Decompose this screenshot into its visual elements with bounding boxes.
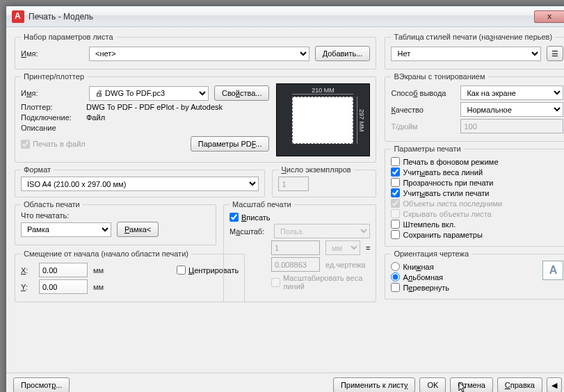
scale-den-input xyxy=(271,257,320,272)
what-to-plot-select[interactable]: Рамка xyxy=(21,222,111,237)
orientation-title: Ориентация чертежа xyxy=(391,250,472,258)
scale-equals: = xyxy=(366,244,370,252)
printer-group: Принтер/плоттер Имя: 🖨 DWG To PDF.pc3 Св… xyxy=(15,72,376,163)
preview-button[interactable]: Просмотр... xyxy=(13,377,70,392)
opt-paperspace-last-check: Объекты листа последними xyxy=(391,199,563,208)
style-table-select[interactable]: Нет xyxy=(391,47,541,61)
window-pick-button[interactable]: Рамка< xyxy=(117,222,159,237)
shade-dpi-input xyxy=(460,119,563,133)
offset-y-label: Y: xyxy=(21,283,33,291)
shaded-viewport-title: ВЭкраны с тонированием xyxy=(391,72,488,81)
shade-quality-select[interactable]: Нормальное xyxy=(460,102,563,117)
close-button[interactable]: x xyxy=(534,10,564,23)
port-label: Подключение: xyxy=(21,113,81,122)
titlebar[interactable]: Печать - Модель x xyxy=(6,6,564,27)
paper-size-group: Формат ISO A4 (210.00 x 297.00 мм) xyxy=(15,165,265,197)
plot-area-title: Область печати xyxy=(21,200,83,209)
offset-x-input[interactable] xyxy=(39,263,88,277)
opt-stamp-check[interactable]: Штемпель вкл. xyxy=(391,220,563,229)
preview-height: 297 MM xyxy=(357,97,365,144)
offset-x-label: X: xyxy=(21,266,33,275)
paper-size-title: Формат xyxy=(21,165,54,174)
print-to-file-check: Печать в файл xyxy=(21,140,86,149)
plot-scale-group: Масштаб печати Вписать Масштаб: Польз. м… xyxy=(223,200,376,302)
plot-scale-title: Масштаб печати xyxy=(229,200,294,209)
offset-x-unit: мм xyxy=(93,266,156,275)
orientation-icon: A xyxy=(542,261,563,280)
shade-method-label: Способ вывода xyxy=(391,89,455,97)
shade-dpi-label: Т/дюйм xyxy=(391,122,455,131)
app-icon xyxy=(12,10,24,23)
page-setup-title: Набор параметров листа xyxy=(21,33,116,41)
apply-to-layout-button[interactable]: Применить к листу xyxy=(333,377,416,392)
pen-icon: ☰ xyxy=(551,49,558,58)
paper-preview: 210 MM 297 MM xyxy=(276,83,370,156)
plot-options-title: Параметры печати xyxy=(391,145,463,153)
scale-select: Польз. xyxy=(274,224,370,238)
shaded-viewport-group: ВЭкраны с тонированием Способ выводаКак … xyxy=(385,72,564,142)
copies-title: Число экземпляров xyxy=(278,165,353,174)
style-table-title: Таблица стилей печати (назначение перьев… xyxy=(391,33,555,41)
opt-background-check[interactable]: Печать в фоновом режиме xyxy=(391,157,563,166)
page-setup-group: Набор параметров листа Имя: <нет> Добави… xyxy=(15,33,376,70)
offset-y-input[interactable] xyxy=(39,279,88,294)
orientation-upside-check[interactable]: Перевернуть xyxy=(391,283,537,292)
offset-y-unit: мм xyxy=(93,283,156,291)
ok-button[interactable]: OK xyxy=(419,377,446,392)
pdf-options-button[interactable]: Параметры PDF... xyxy=(191,136,270,152)
paper-size-select[interactable]: ISO A4 (210.00 x 297.00 мм) xyxy=(21,177,259,191)
orientation-portrait-radio[interactable]: Книжная xyxy=(391,262,537,271)
plotter-value: DWG To PDF - PDF ePlot - by Autodesk xyxy=(86,103,223,111)
offset-title: Смещение от начала (начало области печат… xyxy=(21,250,191,258)
desc-label: Описание xyxy=(21,124,81,132)
preview-width: 210 MM xyxy=(292,87,353,95)
opt-save-changes-check[interactable]: Сохранить параметры xyxy=(391,230,563,239)
scale-label: Масштаб: xyxy=(229,227,268,236)
cancel-button[interactable]: Отмена xyxy=(450,377,492,392)
offset-group: Смещение от начала (начало области печат… xyxy=(15,250,245,302)
page-setup-name-select[interactable]: <нет> xyxy=(89,47,309,61)
copies-input xyxy=(278,177,309,191)
dialog-footer: Просмотр... Применить к листу OK Отмена … xyxy=(6,373,564,392)
plotter-label: Плоттер: xyxy=(21,103,81,111)
shade-quality-label: Качество xyxy=(391,106,455,114)
orientation-landscape-radio[interactable]: Альбомная xyxy=(391,272,537,281)
scale-den-unit: ед.чертежа xyxy=(325,261,365,269)
window-title: Печать - Модель xyxy=(29,12,534,22)
opt-transparency-check[interactable]: Прозрачность при печати xyxy=(391,178,563,187)
copies-group: Число экземпляров xyxy=(272,165,376,197)
style-table-group: Таблица стилей печати (назначение перьев… xyxy=(385,33,564,70)
print-dialog: Печать - Модель x Набор параметров листа… xyxy=(6,6,564,392)
port-value: Файл xyxy=(86,113,105,122)
printer-name-select[interactable]: 🖨 DWG To PDF.pc3 xyxy=(89,86,209,101)
help-button[interactable]: Справка xyxy=(497,377,542,392)
opt-lineweights-check[interactable]: Учитывать веса линий xyxy=(391,168,563,177)
expand-arrow-button[interactable]: ◀ xyxy=(547,377,562,392)
style-table-edit-button[interactable]: ☰ xyxy=(547,46,563,61)
fit-to-paper-check[interactable]: Вписать xyxy=(229,213,370,222)
opt-hide-paperspace-check: Скрывать объекты листа xyxy=(391,209,563,218)
opt-styles-check[interactable]: Учитывать стили печати xyxy=(391,188,563,197)
scale-lineweights-check: Масштабировать веса линий xyxy=(229,274,370,291)
page-setup-name-label: Имя: xyxy=(21,49,83,58)
orientation-group: Ориентация чертежа Книжная Альбомная Пер… xyxy=(385,250,564,300)
printer-title: Принтер/плоттер xyxy=(21,72,87,81)
scale-unit-select: мм xyxy=(325,240,360,255)
plot-area-group: Область печати Что печатать: Рамка Рамка… xyxy=(15,200,216,245)
scale-num-input xyxy=(271,240,320,255)
page-setup-add-button[interactable]: Добавить... xyxy=(315,46,371,61)
chevron-left-icon: ◀ xyxy=(551,381,557,390)
what-to-plot-label: Что печатать: xyxy=(21,211,210,220)
shade-method-select[interactable]: Как на экране xyxy=(460,85,563,100)
plot-options-group: Параметры печати Печать в фоновом режиме… xyxy=(385,145,564,247)
printer-name-label: Имя: xyxy=(21,89,83,97)
printer-properties-button[interactable]: Свойства... xyxy=(214,85,270,101)
